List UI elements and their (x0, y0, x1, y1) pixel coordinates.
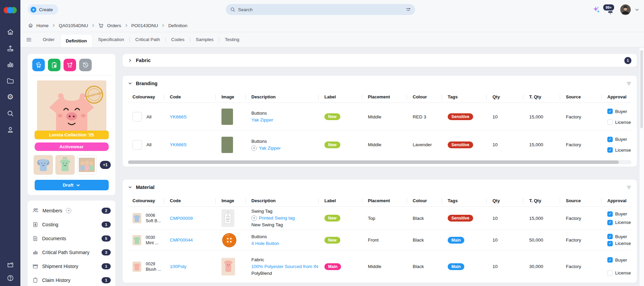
description-link[interactable]: Yak Zipper (251, 117, 273, 123)
horizontal-scrollbar[interactable] (128, 160, 631, 164)
add-link-icon[interactable]: + (251, 215, 257, 221)
sidebar-item-documents[interactable]: Documents 5 (32, 231, 111, 245)
code-link[interactable]: YK666S (170, 142, 187, 147)
sidebar-item-claim-history[interactable]: Claim History 1 (32, 273, 111, 286)
component-image[interactable] (221, 137, 233, 153)
breadcrumb-item[interactable]: QA01054DNU (59, 23, 88, 28)
filter-icon[interactable] (626, 81, 631, 86)
material-row-1[interactable]: 0006Soft B... CMP00009 Swing Tag +Printe… (128, 207, 631, 230)
tab-codes[interactable]: Codes (166, 32, 190, 47)
product-thumbnail-elephant[interactable] (34, 155, 53, 175)
tab-definition[interactable]: Definition (60, 34, 93, 47)
colourway-thumbnail[interactable] (132, 213, 141, 223)
home-icon[interactable] (6, 28, 14, 36)
code-link[interactable]: CMP00044 (170, 237, 193, 243)
component-image[interactable] (221, 109, 233, 125)
menu-hamburger-icon[interactable] (26, 37, 32, 43)
breadcrumb-item[interactable]: Home (36, 23, 49, 28)
add-link-icon[interactable]: + (251, 146, 257, 151)
component-image[interactable] (221, 232, 237, 248)
folder-icon[interactable] (6, 77, 14, 85)
status-dropdown-button[interactable]: Draft (35, 180, 109, 190)
global-search[interactable] (226, 4, 415, 15)
factory-icon[interactable] (6, 260, 14, 268)
filter-icon[interactable] (626, 185, 631, 190)
cart-remove-button[interactable] (64, 59, 76, 71)
branding-row-1[interactable]: All YK666S Buttons Yak Zipper New Middle… (128, 103, 631, 131)
upload-icon[interactable] (6, 44, 14, 52)
profile-icon[interactable] (6, 126, 14, 134)
section-fabric[interactable]: Fabric 1 (122, 54, 637, 67)
sidebar-item-members[interactable]: Members + 2 (32, 204, 111, 217)
settings-gear-icon[interactable]: ⚙ (6, 93, 14, 101)
tab-order[interactable]: Order (37, 32, 60, 47)
breadcrumb-item[interactable]: Orders (107, 23, 121, 28)
search-nav-icon[interactable] (6, 109, 14, 117)
component-image[interactable] (221, 258, 235, 275)
sidebar-item-shipment-history[interactable]: Shipment History 1 (32, 259, 111, 273)
buyer-approval-checkbox[interactable]: Buyer (607, 257, 631, 263)
colourway-swatch[interactable] (132, 112, 142, 121)
section-title: Material (136, 185, 155, 190)
vertical-scrollbar[interactable] (639, 47, 644, 286)
main-content: ADVERTISED Loreta Collection '25 Activew… (20, 47, 644, 286)
license-approval-checkbox[interactable]: License (607, 270, 631, 276)
code-link[interactable]: CMP00009 (170, 216, 193, 221)
user-avatar[interactable] (620, 4, 631, 15)
tab-critical-path[interactable]: Critical Path (130, 32, 165, 47)
create-button[interactable]: + Create (28, 4, 58, 15)
license-approval-checkbox[interactable]: License (607, 147, 631, 153)
buyer-approval-checkbox[interactable]: Buyer (607, 109, 631, 114)
colourway-thumbnail[interactable] (132, 262, 141, 272)
chevron-right-icon (128, 58, 132, 62)
clipboard-add-button[interactable] (48, 59, 60, 71)
license-approval-checkbox[interactable]: License (607, 220, 631, 225)
sidebar-item-critical-path-summary[interactable]: Critical Path Summary 3 (32, 245, 111, 259)
app-logo[interactable] (2, 3, 19, 17)
code-link[interactable]: YK666S (170, 114, 187, 119)
material-row-2[interactable]: 0030Mint ... CMP00044 Buttons 4 Hole But… (128, 230, 631, 250)
scrollbar-thumb[interactable] (640, 50, 643, 128)
analytics-icon[interactable] (6, 60, 14, 69)
buyer-approval-checkbox[interactable]: Buyer (607, 211, 631, 217)
description-link[interactable]: Printed Swing tag (259, 215, 295, 222)
description-link[interactable]: 100% Polyester Sourced from IN (251, 263, 318, 270)
scrollbar-thumb[interactable] (128, 160, 619, 164)
product-thumbnail-dino[interactable] (55, 155, 75, 175)
breadcrumb-home-icon[interactable] (28, 23, 33, 28)
chevron-down-icon[interactable] (128, 81, 132, 85)
product-hero-image[interactable]: ADVERTISED (37, 80, 106, 135)
colourway-swatch[interactable] (132, 140, 142, 150)
description-link[interactable]: Yak Zipper (259, 145, 281, 152)
license-approval-checkbox[interactable]: License (607, 241, 631, 246)
license-approval-checkbox[interactable]: License (607, 119, 631, 125)
component-image[interactable] (221, 209, 234, 227)
tab-samples[interactable]: Samples (190, 32, 219, 47)
buyer-approval-checkbox[interactable]: Buyer (607, 137, 631, 142)
colourway-thumbnail[interactable] (132, 235, 141, 245)
more-images-badge[interactable]: +1 (100, 161, 111, 169)
description-link[interactable]: 4 Hole Button (251, 240, 279, 247)
code-link[interactable]: 100Poly (170, 264, 186, 269)
search-input[interactable] (238, 7, 403, 12)
add-member-button[interactable]: + (66, 208, 71, 213)
material-row-3[interactable]: 0029Blush ... 100Poly Fabric 100% Polyes… (128, 250, 631, 283)
history-button[interactable] (79, 59, 92, 71)
tab-specification[interactable]: Specification (93, 32, 130, 47)
chevron-right-icon (161, 23, 165, 27)
category-pill[interactable]: Activewear (35, 142, 109, 151)
product-thumbnail-photo[interactable] (77, 155, 96, 175)
tab-testing[interactable]: Testing (219, 32, 245, 47)
help-icon[interactable] (6, 274, 14, 282)
ai-sparkles-icon[interactable] (592, 5, 601, 14)
branding-row-2[interactable]: All YK666S Buttons +Yak Zipper New Middl… (128, 131, 631, 158)
breadcrumb-item[interactable]: Definition (168, 23, 187, 28)
buyer-approval-checkbox[interactable]: Buyer (607, 234, 631, 239)
search-filter-icon[interactable] (406, 7, 411, 12)
account-chevron-down-icon[interactable] (635, 7, 639, 12)
sidebar-item-costing[interactable]: Costing 1 (32, 217, 111, 231)
breadcrumb-item[interactable]: PO0143DNU (131, 23, 158, 28)
chevron-down-icon[interactable] (128, 185, 132, 189)
notifications-bell-icon[interactable]: 99+ (605, 4, 616, 15)
order-cart-button[interactable] (32, 59, 45, 71)
